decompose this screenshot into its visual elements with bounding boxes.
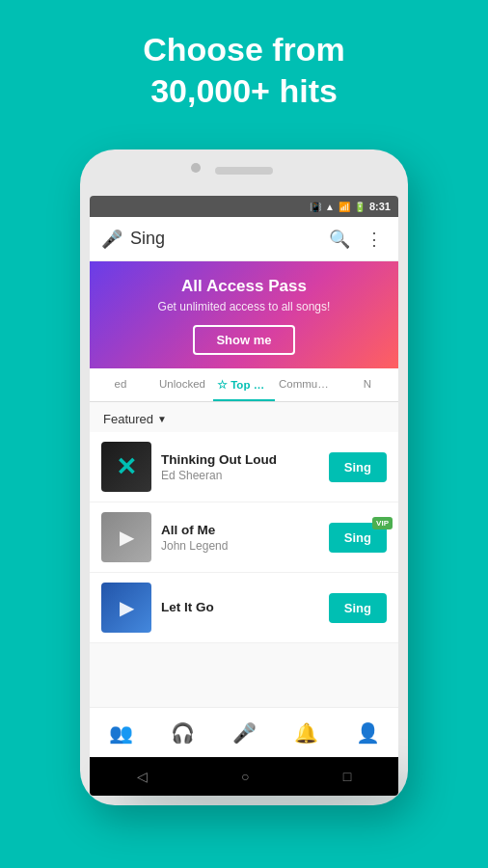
search-button[interactable]: 🔍: [325, 225, 354, 254]
signal-icon: 📶: [339, 202, 350, 212]
tab-top-hits[interactable]: ☆ Top Hits: [213, 368, 275, 401]
play-icon: ▶: [120, 526, 134, 549]
tab-featured[interactable]: ed: [90, 368, 151, 401]
bell-icon: 🔔: [294, 721, 318, 745]
hero-line2: 30,000+ hits: [150, 72, 338, 109]
bottom-nav: 👥 🎧 🎤 🔔 👤: [90, 707, 398, 757]
hero-line1: Choose from: [143, 31, 345, 68]
phone-camera: [191, 163, 201, 173]
home-button[interactable]: ○: [226, 761, 264, 792]
phone-screen: 📳 ▲ 📶 🔋 8:31 🎤 Sing 🔍 ⋮ All Access Pass …: [90, 196, 398, 796]
mic-nav-icon: 🎤: [232, 721, 257, 745]
show-me-button[interactable]: Show me: [193, 325, 294, 355]
nav-listen[interactable]: 🎧: [151, 721, 213, 745]
app-bar: 🎤 Sing 🔍 ⋮: [90, 217, 398, 261]
tab-unlocked[interactable]: Unlocked: [151, 368, 213, 401]
tab-new[interactable]: N: [337, 368, 398, 401]
song-title: All of Me: [161, 523, 319, 537]
play-icon: ▶: [120, 596, 134, 619]
song-artist: John Legend: [161, 539, 319, 553]
song-info: Thinking Out Loud Ed Sheeran: [161, 452, 319, 482]
hero-section: Choose from 30,000+ hits: [0, 0, 488, 130]
vibrate-icon: 📳: [310, 202, 321, 212]
status-time: 8:31: [369, 201, 391, 212]
back-button[interactable]: ◁: [122, 761, 163, 792]
wifi-icon: ▲: [325, 202, 335, 212]
recent-button[interactable]: □: [328, 761, 366, 792]
song-title: Let It Go: [161, 600, 319, 614]
phone-shell: 📳 ▲ 📶 🔋 8:31 🎤 Sing 🔍 ⋮ All Access Pass …: [80, 149, 408, 805]
nav-social[interactable]: 👥: [90, 721, 151, 745]
nav-profile[interactable]: 👤: [337, 721, 398, 745]
star-icon: ☆: [217, 379, 228, 391]
song-info: All of Me John Legend: [161, 523, 319, 553]
song-thumbnail: ✕: [101, 442, 151, 492]
people-icon: 👥: [109, 721, 133, 745]
android-nav-bar: ◁ ○ □: [90, 757, 398, 796]
song-info: Let It Go: [161, 600, 319, 616]
headphones-icon: 🎧: [171, 721, 195, 745]
banner-subtitle: Get unlimited access to all songs!: [101, 300, 387, 313]
nav-sing[interactable]: 🎤: [213, 721, 275, 745]
battery-icon: 🔋: [354, 202, 366, 212]
song-thumbnail: ▶: [101, 583, 151, 633]
dropdown-icon: ▼: [157, 414, 167, 424]
app-mic-icon: 🎤: [101, 229, 122, 250]
phone-speaker: [215, 167, 273, 175]
nav-notifications[interactable]: 🔔: [275, 721, 337, 745]
song-item: ▶ All of Me John Legend Sing VIP: [90, 502, 398, 573]
user-icon: 👤: [356, 721, 380, 745]
song-title: Thinking Out Loud: [161, 452, 319, 467]
hero-title: Choose from 30,000+ hits: [19, 29, 469, 111]
song-artist: Ed Sheeran: [161, 469, 319, 482]
sing-button-1[interactable]: Sing: [329, 452, 387, 482]
tab-bar: ed Unlocked ☆ Top Hits Community N: [90, 368, 398, 402]
song-thumbnail: ▶: [101, 512, 151, 562]
sing-button-2[interactable]: Sing VIP: [329, 523, 387, 553]
more-menu-button[interactable]: ⋮: [362, 225, 387, 254]
all-access-banner: All Access Pass Get unlimited access to …: [90, 261, 398, 368]
app-title: Sing: [130, 229, 317, 249]
featured-label: Featured ▼: [90, 402, 398, 432]
status-bar: 📳 ▲ 📶 🔋 8:31: [90, 196, 398, 217]
tab-community[interactable]: Community: [275, 368, 337, 401]
song-item: ▶ Let It Go Sing: [90, 573, 398, 643]
x-mark-icon: ✕: [116, 452, 137, 482]
sing-button-3[interactable]: Sing: [329, 593, 387, 623]
banner-title: All Access Pass: [101, 277, 387, 296]
song-item: ✕ Thinking Out Loud Ed Sheeran Sing: [90, 432, 398, 502]
song-list: Featured ▼ ✕ Thinking Out Loud Ed Sheera…: [90, 402, 398, 707]
vip-badge: VIP: [372, 517, 393, 529]
